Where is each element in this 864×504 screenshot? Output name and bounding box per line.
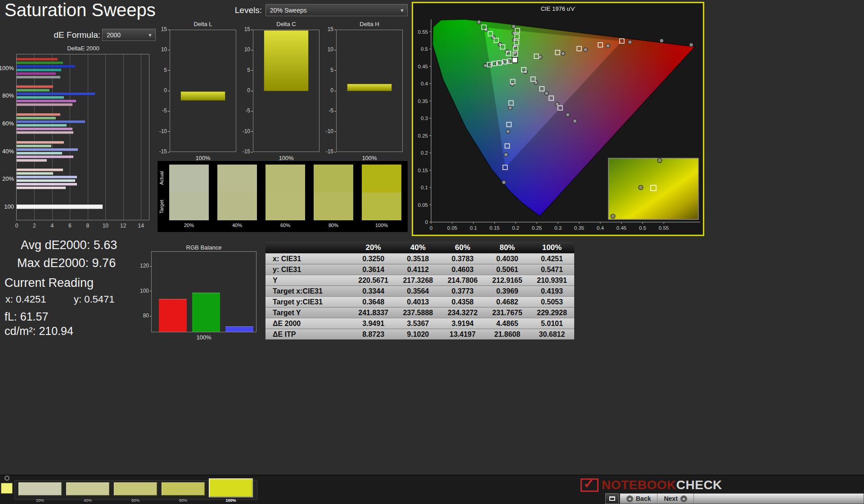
de-bar xyxy=(17,65,75,68)
next-chevron-icon: » xyxy=(680,495,687,502)
cie-measured-point xyxy=(512,25,516,29)
delta-chart-plot xyxy=(336,30,403,152)
table-cell: 3.9491 xyxy=(351,318,396,329)
delta-tick-label: 5 xyxy=(322,67,333,73)
delta-chart-delta-l: Delta L151050-5-10-15100% xyxy=(155,21,237,163)
de-bar xyxy=(17,179,75,182)
page-title: Saturation Sweeps xyxy=(4,0,156,20)
deltae-bar-chart: 02468101214100%80%60%40%20%100 xyxy=(16,54,149,220)
bottom-tile-40%[interactable] xyxy=(66,482,110,496)
table-cell: 9.1020 xyxy=(396,329,440,339)
delta-tick-mark xyxy=(251,131,253,132)
de-x-tick-label: 8 xyxy=(82,223,93,229)
table-cell: 4.4865 xyxy=(485,318,530,329)
bottom-tile-label: 60% xyxy=(113,498,158,503)
cie-y-tick-label: 0.4 xyxy=(421,81,428,86)
next-button[interactable]: Next » xyxy=(657,494,693,504)
table-cell: 0.3344 xyxy=(351,286,396,296)
de-x-tick-label: 6 xyxy=(64,223,75,229)
delta-tick-label: 10 xyxy=(155,46,167,53)
table-row-label: Target y:CIE31 xyxy=(266,297,351,307)
bottom-tile-20%[interactable] xyxy=(18,482,62,496)
delta-tick-label: -10 xyxy=(238,128,250,134)
cie-x-tick-label: 0.05 xyxy=(447,225,457,231)
de-bar xyxy=(17,183,77,186)
delta-tick-mark xyxy=(168,50,170,50)
rgb-tick-mark xyxy=(150,291,151,291)
delta-tick-mark xyxy=(334,111,336,112)
window-icon xyxy=(609,496,615,501)
table-row-label: ΔE 2000 xyxy=(266,318,351,329)
de-bar xyxy=(17,141,64,144)
table-cell: 3.5367 xyxy=(396,318,440,329)
table-row: ΔE ITP8.87239.102013.419721.860830.6812 xyxy=(266,329,574,339)
de-bar xyxy=(17,169,63,171)
swatch-target-60% xyxy=(266,192,305,220)
table-cell: 214.7806 xyxy=(440,275,485,285)
bottom-tile-100%[interactable] xyxy=(209,478,253,497)
back-button[interactable]: « Back xyxy=(620,494,657,504)
cie-target-square xyxy=(534,54,539,58)
table-header-row: 20%40%60%80%100% xyxy=(266,242,574,253)
levels-dropdown[interactable]: 20% Sweeps ▼ xyxy=(266,4,408,16)
cie-x-tick-label: 0.4 xyxy=(597,225,604,231)
delta-chart-delta-c: Delta C151050-5-10-15100% xyxy=(238,21,320,163)
de-group-label: 60% xyxy=(0,120,14,127)
logo-word-notebook: NOTEBOOK xyxy=(602,478,676,492)
de-bar xyxy=(17,159,47,162)
cie-y-tick-label: 0.45 xyxy=(418,64,428,69)
table-cell: 0.3250 xyxy=(351,254,396,264)
de-bar xyxy=(17,176,77,178)
cie-y-tick-label: 0 xyxy=(425,219,428,225)
delta-tick-mark xyxy=(168,131,170,132)
swatch-label: 60% xyxy=(266,223,305,228)
cie-y-tick-label: 0.15 xyxy=(418,168,428,173)
chevron-down-icon: ▼ xyxy=(148,32,153,38)
table-cell: 237.5888 xyxy=(396,308,440,318)
rgb-balance-plot xyxy=(151,251,256,332)
delta-tick-label: 15 xyxy=(238,26,250,32)
table-row-label: x: CIE31 xyxy=(266,254,351,264)
cie-1976-diagram-panel: 00.050.10.150.20.250.30.350.40.450.50.55… xyxy=(412,2,704,236)
table-cell: 0.4112 xyxy=(396,264,440,275)
bottom-tile-label: 40% xyxy=(66,498,110,503)
bottom-tile-60%[interactable] xyxy=(113,482,158,496)
delta-tick-mark xyxy=(168,152,170,152)
current-reading-heading: Current Reading xyxy=(4,276,94,290)
avg-de2000-stat: Avg dE2000: 5.63 xyxy=(21,238,117,252)
bottom-tile-label: 20% xyxy=(18,498,62,503)
delta-chart-delta-h: Delta H151050-5-10-15100% xyxy=(322,21,404,163)
delta-tick-label: -5 xyxy=(238,107,250,114)
table-cell: 0.5053 xyxy=(530,297,574,307)
de-x-tick-label: 0 xyxy=(11,223,22,229)
calman-saturation-sweeps-window: Saturation Sweeps Levels: 20% Sweeps ▼ d… xyxy=(0,0,864,504)
cie-measured-point xyxy=(628,40,632,44)
de-bar xyxy=(17,103,72,106)
table-cell: 0.4193 xyxy=(530,286,574,296)
table-cell: 3.9194 xyxy=(440,318,485,329)
bottom-tile-80%[interactable] xyxy=(161,482,205,496)
de-formula-dropdown-value: 2000 xyxy=(107,31,121,39)
cie-target-square xyxy=(488,31,493,36)
table-cell: 0.4682 xyxy=(485,297,530,307)
window-mode-button[interactable] xyxy=(605,493,619,504)
deltae-chart-title: DeltaE 2000 xyxy=(27,45,140,52)
swatch-target-40% xyxy=(217,192,257,220)
delta-value-bar xyxy=(180,91,225,101)
delta-tick-mark xyxy=(168,111,170,112)
de-bar xyxy=(17,58,58,61)
cie-y-tick-label: 0.55 xyxy=(418,29,428,35)
cie-x-tick-label: 0.5 xyxy=(639,225,646,231)
delta-tick-label: 10 xyxy=(238,46,250,53)
next-button-label: Next xyxy=(664,495,677,502)
delta-tick-mark xyxy=(334,50,336,50)
delta-tick-mark xyxy=(334,131,336,132)
de-formula-dropdown[interactable]: 2000 ▼ xyxy=(102,29,156,41)
rgb-tick-mark xyxy=(150,266,151,267)
delta-tick-label: 10 xyxy=(322,46,333,53)
notebookcheck-check-icon: ✓ xyxy=(580,478,598,492)
swatch-actual-20% xyxy=(169,165,209,192)
table-cell: 241.8337 xyxy=(351,308,396,318)
table-cell: 0.4251 xyxy=(530,254,574,264)
swatch-actual-80% xyxy=(314,165,353,192)
